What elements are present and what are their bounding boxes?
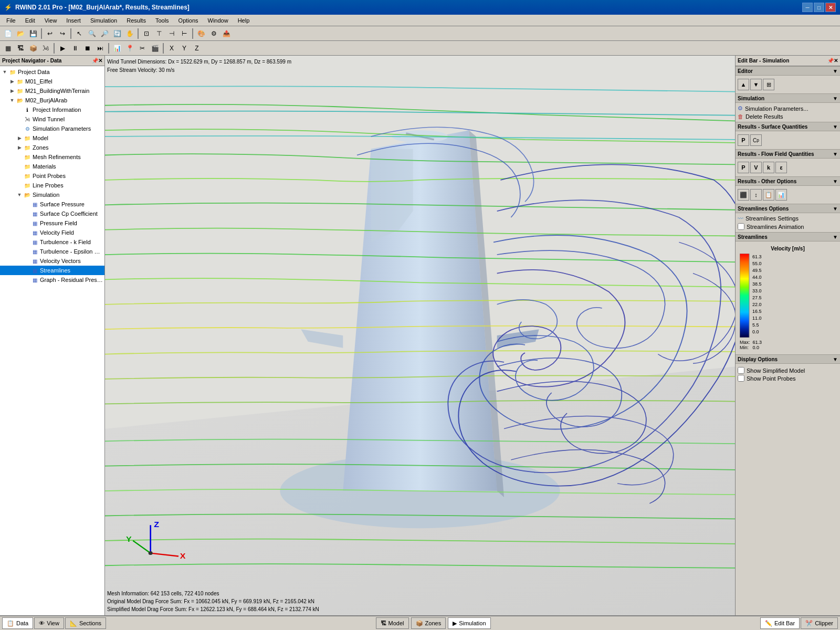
tab-clipper[interactable]: ✂️ Clipper — [801, 617, 838, 629]
toolbar-zoom-out[interactable]: 🔎 — [99, 28, 110, 39]
toolbar-view-front[interactable]: ⊣ — [166, 28, 177, 39]
flow-p-btn[interactable]: P — [738, 162, 749, 173]
show-point-probes-item[interactable]: Show Point Probes — [738, 375, 838, 382]
display-options-header[interactable]: Display Options ▼ — [736, 354, 840, 364]
toolbar-open[interactable]: 📂 — [15, 28, 26, 39]
tree-point-probes[interactable]: 📁 Point Probes — [0, 171, 104, 181]
toolbar2-step[interactable]: ⏭ — [94, 43, 106, 54]
tree-project-info[interactable]: ℹ Project Information — [0, 105, 104, 114]
menu-file[interactable]: File — [2, 16, 20, 25]
toolbar-zoom-in[interactable]: 🔍 — [86, 28, 98, 39]
toolbar2-z[interactable]: Z — [191, 43, 203, 54]
menu-window[interactable]: Window — [204, 16, 233, 25]
tree-velocity-vectors[interactable]: ▦ Velocity Vectors — [0, 256, 104, 266]
other-opt-btn1[interactable]: ⬛ — [738, 189, 749, 201]
show-simplified-model-item[interactable]: Show Simplified Model — [738, 367, 838, 374]
tree-m21[interactable]: ▶ 📁 M21_BuildingWithTerrain — [0, 86, 104, 96]
tree-project-data[interactable]: ▼ 📁 Project Data — [0, 67, 104, 77]
toolbar-redo[interactable]: ↪ — [57, 28, 68, 39]
flow-v-btn[interactable]: V — [750, 162, 762, 173]
streamlines-animation-item[interactable]: Streamlines Animation — [738, 223, 838, 230]
tab-view[interactable]: 👁 View — [34, 617, 64, 629]
other-opt-btn3[interactable]: 📋 — [763, 189, 774, 201]
flow-field-header[interactable]: Results - Flow Field Quantities ▼ — [736, 149, 840, 159]
toolbar-pan[interactable]: ✋ — [124, 28, 135, 39]
toolbar-select[interactable]: ↖ — [74, 28, 85, 39]
toolbar2-play[interactable]: ▶ — [57, 43, 68, 54]
tab-model[interactable]: 🏗 Model — [376, 617, 409, 629]
simulation-section-header[interactable]: Simulation ▼ — [736, 93, 840, 103]
close-button[interactable]: ✕ — [825, 3, 836, 12]
tree-turbulence-eps[interactable]: ▦ Turbulence - Epsilon Field — [0, 247, 104, 256]
streamlines-settings-btn[interactable]: 〰 Streamlines Settings — [738, 215, 838, 222]
toolbar2-pause[interactable]: ⏸ — [69, 43, 81, 54]
other-options-header[interactable]: Results - Other Options ▼ — [736, 176, 840, 186]
toolbar-settings[interactable]: ⚙ — [208, 28, 219, 39]
menu-tools[interactable]: Tools — [151, 16, 173, 25]
tree-streamlines[interactable]: ▦ Streamlines — [0, 266, 104, 275]
toolbar2-mesh[interactable]: ▦ — [2, 43, 14, 54]
show-point-probes-checkbox[interactable] — [738, 375, 744, 382]
tab-data[interactable]: 📋 Data — [2, 617, 33, 629]
tree-velocity-field[interactable]: ▦ Velocity Field — [0, 228, 104, 237]
toolbar-render[interactable]: 🎨 — [195, 28, 207, 39]
tree-turbulence-k[interactable]: ▦ Turbulence - k Field — [0, 237, 104, 247]
toolbar-fit[interactable]: ⊡ — [141, 28, 152, 39]
toolbar2-model[interactable]: 🏗 — [15, 43, 26, 54]
tree-simulation[interactable]: ▼ 📂 Simulation — [0, 190, 104, 200]
tree-materials[interactable]: 📁 Materials — [0, 162, 104, 171]
tree-sim-params[interactable]: ⚙ Simulation Parameters — [0, 124, 104, 133]
tree-model[interactable]: ▶ 📁 Model — [0, 133, 104, 143]
toolbar2-animate[interactable]: 🎬 — [149, 43, 161, 54]
toolbar-new[interactable]: 📄 — [2, 28, 14, 39]
toolbar-export[interactable]: 📤 — [220, 28, 232, 39]
toolbar2-section[interactable]: ✂ — [136, 43, 148, 54]
toolbar2-results[interactable]: 📊 — [111, 43, 123, 54]
toolbar-rotate[interactable]: 🔄 — [111, 28, 123, 39]
show-simplified-model-checkbox[interactable] — [738, 367, 744, 374]
streamlines-options-header[interactable]: Streamlines Options ▼ — [736, 204, 840, 213]
menu-help[interactable]: Help — [234, 16, 254, 25]
nav-tree[interactable]: ▼ 📁 Project Data ▶ 📁 M01_Eiffel ▶ 📁 M21_… — [0, 66, 104, 615]
tab-sections[interactable]: 📐 Sections — [65, 617, 106, 629]
surface-quantities-header[interactable]: Results - Surface Quantities ▼ — [736, 122, 840, 131]
toolbar2-stop[interactable]: ⏹ — [82, 43, 93, 54]
menu-view[interactable]: View — [40, 16, 61, 25]
editor-btn-grid[interactable]: ⊞ — [763, 79, 774, 90]
minimize-button[interactable]: ─ — [802, 3, 813, 12]
other-opt-btn4[interactable]: 📊 — [775, 189, 787, 201]
tab-zones[interactable]: 📦 Zones — [411, 617, 446, 629]
editor-section-header[interactable]: Editor ▼ — [736, 66, 840, 76]
viewport[interactable]: Wind Tunnel Dimensions: Dx = 1522.629 m,… — [105, 56, 735, 615]
flow-eps-btn[interactable]: ε — [775, 162, 787, 173]
editor-btn-arrow-down[interactable]: ▼ — [750, 79, 762, 90]
menu-simulation[interactable]: Simulation — [86, 16, 121, 25]
tree-surface-cp[interactable]: ▦ Surface Cp Coefficient — [0, 209, 104, 218]
menu-options[interactable]: Options — [174, 16, 203, 25]
sim-params-btn[interactable]: ⚙ Simulation Parameters... — [738, 105, 838, 112]
streamlines-animation-checkbox[interactable] — [738, 223, 744, 230]
tree-graph-residual[interactable]: ▦ Graph - Residual Pressure — [0, 275, 104, 285]
menu-results[interactable]: Results — [122, 16, 150, 25]
tree-surface-pressure[interactable]: ▦ Surface Pressure — [0, 200, 104, 209]
toolbar-undo[interactable]: ↩ — [44, 28, 56, 39]
tree-zones[interactable]: ▶ 📁 Zones — [0, 143, 104, 152]
tree-line-probes[interactable]: 📁 Line Probes — [0, 181, 104, 190]
surface-cp-btn[interactable]: Cp — [750, 134, 762, 146]
toolbar2-wind[interactable]: 🌬 — [40, 43, 51, 54]
tab-simulation[interactable]: ▶ Simulation — [448, 617, 490, 629]
streamlines-legend-header[interactable]: Streamlines ▼ — [736, 232, 840, 242]
toolbar2-zones[interactable]: 📦 — [27, 43, 39, 54]
menu-edit[interactable]: Edit — [21, 16, 39, 25]
delete-results-btn[interactable]: 🗑 Delete Results — [738, 113, 838, 120]
surface-p-btn[interactable]: P — [738, 134, 749, 146]
toolbar-view-top[interactable]: ⊤ — [153, 28, 165, 39]
menu-insert[interactable]: Insert — [62, 16, 85, 25]
tree-pressure-field[interactable]: ▦ Pressure Field — [0, 218, 104, 228]
tab-edit-bar[interactable]: ✏️ Edit Bar — [760, 617, 800, 629]
toolbar2-x[interactable]: X — [166, 43, 177, 54]
tree-wind-tunnel[interactable]: 🌬 Wind Tunnel — [0, 114, 104, 124]
flow-k-btn[interactable]: k — [763, 162, 774, 173]
toolbar2-probe[interactable]: 📍 — [124, 43, 135, 54]
toolbar2-y[interactable]: Y — [178, 43, 190, 54]
